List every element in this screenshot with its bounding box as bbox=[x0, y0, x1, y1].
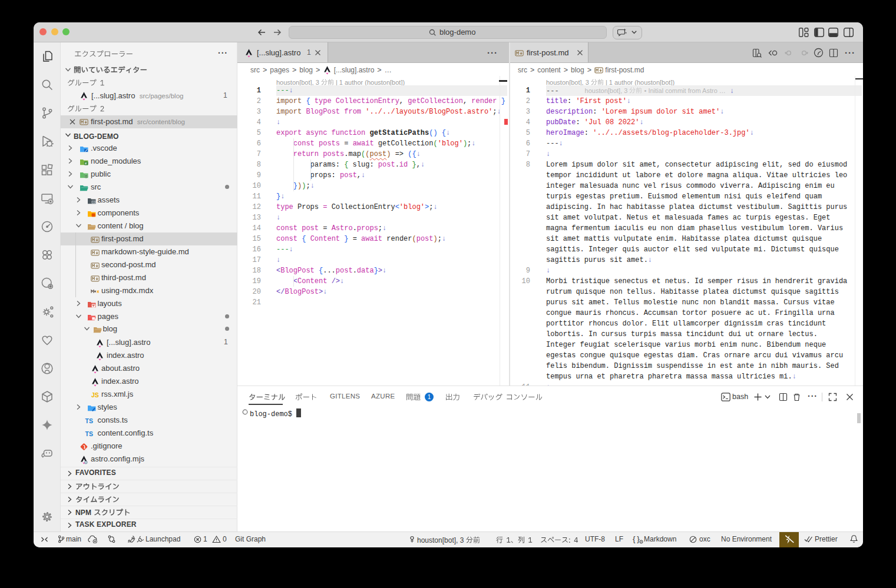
svg-text:JS: JS bbox=[91, 391, 99, 398]
svg-text:TS: TS bbox=[85, 430, 93, 437]
svg-text:TS: TS bbox=[85, 417, 93, 424]
